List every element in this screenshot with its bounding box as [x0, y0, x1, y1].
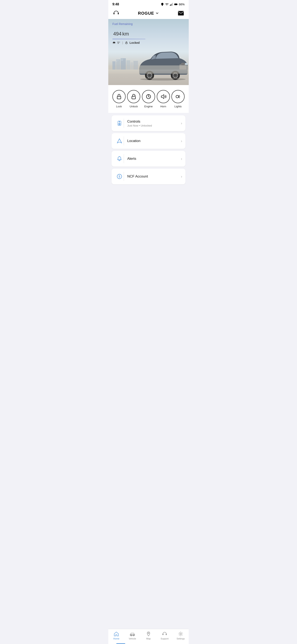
svg-rect-50	[117, 96, 121, 99]
svg-rect-66	[119, 124, 119, 125]
wifi-icon	[165, 3, 169, 6]
lock-status-text: Locked	[130, 41, 140, 44]
controls-menu-item[interactable]: Controls Just Now • Unlocked ›	[112, 116, 185, 131]
svg-rect-67	[119, 124, 120, 125]
svg-rect-7	[113, 13, 114, 14]
fuel-unit: km	[122, 31, 129, 36]
svg-rect-2	[171, 4, 171, 6]
svg-rect-16	[133, 61, 138, 70]
lights-circle	[171, 90, 185, 103]
fuel-value: 494km	[112, 26, 185, 37]
svg-rect-23	[117, 61, 117, 62]
ncf-title: NCF Account	[127, 174, 181, 178]
controls-icon-wrap	[115, 119, 124, 128]
cityscape-icon	[108, 57, 189, 74]
engine-label: Engine	[144, 105, 153, 108]
vehicle-selector[interactable]: ROGUE	[138, 11, 159, 16]
temperature: 5°	[117, 41, 120, 44]
unlock-button[interactable]: Unlock	[127, 90, 140, 108]
location-icon-wrap	[115, 136, 124, 146]
ncf-chevron: ›	[181, 174, 182, 179]
lights-label: Lights	[175, 105, 182, 108]
svg-rect-11	[112, 61, 115, 70]
alerts-chevron: ›	[181, 157, 182, 161]
battery-icon	[174, 3, 178, 6]
svg-rect-21	[117, 60, 117, 60]
vehicle-name: ROGUE	[138, 11, 154, 16]
control-buttons-group: Lock Unlock Engine	[112, 90, 185, 108]
horn-icon	[160, 94, 166, 100]
svg-rect-9	[178, 11, 184, 16]
fuel-label: Fuel Remaining	[112, 22, 185, 26]
controls-title: Controls	[127, 120, 181, 124]
svg-rect-18	[122, 59, 123, 60]
vehicle-status: 🌧 5° | Locked	[112, 41, 185, 44]
svg-rect-22	[118, 60, 118, 60]
svg-marker-68	[117, 139, 122, 143]
location-nav-icon	[117, 138, 122, 144]
lights-icon	[175, 94, 181, 100]
svg-line-62	[119, 121, 119, 122]
svg-rect-65	[119, 123, 120, 124]
svg-text:$: $	[119, 175, 120, 178]
weather-icon: 🌧	[112, 41, 116, 44]
location-status-icon	[161, 3, 164, 6]
location-menu-item[interactable]: Location ›	[112, 133, 185, 149]
lights-button[interactable]: Lights	[171, 90, 185, 108]
app-header: ROGUE	[108, 8, 189, 19]
ncf-text: NCF Account	[127, 174, 181, 178]
hero-section: Fuel Remaining 494km 🌧 5° | Locked	[108, 19, 189, 85]
engine-button[interactable]: Engine	[142, 90, 155, 108]
svg-rect-19	[121, 60, 122, 61]
support-header-icon[interactable]	[112, 10, 120, 17]
engine-circle	[142, 90, 155, 103]
lock-button[interactable]: Lock	[112, 90, 126, 108]
dollar-circle-icon: $	[117, 174, 122, 179]
hero-content: Fuel Remaining 494km 🌧 5° | Locked	[112, 22, 185, 44]
control-buttons-section: Lock Unlock Engine	[108, 85, 189, 113]
svg-rect-20	[122, 60, 123, 61]
svg-point-55	[176, 95, 179, 98]
alerts-menu-item[interactable]: Alerts ›	[112, 151, 185, 166]
horn-button[interactable]: Horn	[157, 90, 170, 108]
horn-label: Horn	[160, 105, 166, 108]
svg-rect-15	[131, 62, 133, 70]
remote-icon	[117, 120, 122, 126]
svg-rect-8	[118, 13, 119, 14]
controls-text: Controls Just Now • Unlocked	[127, 120, 181, 127]
location-chevron: ›	[181, 139, 182, 143]
svg-rect-12	[116, 59, 120, 70]
svg-rect-24	[108, 70, 189, 74]
fuel-bar	[112, 39, 145, 39]
svg-rect-49	[126, 42, 127, 44]
unlock-icon	[131, 94, 137, 100]
ncf-icon-wrap: $	[115, 172, 124, 181]
alerts-icon-wrap	[115, 154, 124, 163]
controls-chevron: ›	[181, 121, 182, 126]
alerts-title: Alerts	[127, 157, 181, 161]
svg-line-58	[179, 98, 180, 98]
ncf-account-menu-item[interactable]: $ NCF Account ›	[112, 169, 185, 184]
svg-line-56	[179, 95, 180, 96]
messages-button[interactable]	[177, 10, 185, 17]
bell-icon	[117, 156, 122, 162]
signal-icon	[170, 3, 173, 6]
status-bar: 9:48 66%	[108, 0, 189, 8]
horn-circle	[157, 90, 170, 103]
svg-rect-3	[172, 4, 172, 6]
menu-section: Controls Just Now • Unlocked › Location …	[108, 113, 189, 187]
location-text: Location	[127, 139, 181, 143]
alerts-text: Alerts	[127, 157, 181, 161]
svg-point-0	[162, 4, 163, 4]
svg-rect-14	[126, 60, 130, 70]
chevron-down-icon	[155, 11, 159, 15]
controls-subtitle: Just Now • Unlocked	[127, 124, 181, 127]
status-time: 9:48	[112, 2, 119, 6]
lock-circle	[112, 90, 126, 103]
bottom-spacer	[108, 187, 189, 206]
lock-label: Lock	[116, 105, 122, 108]
svg-rect-1	[170, 5, 171, 6]
engine-icon	[145, 94, 152, 100]
battery-percent: 66%	[179, 3, 185, 6]
svg-rect-6	[175, 4, 176, 5]
